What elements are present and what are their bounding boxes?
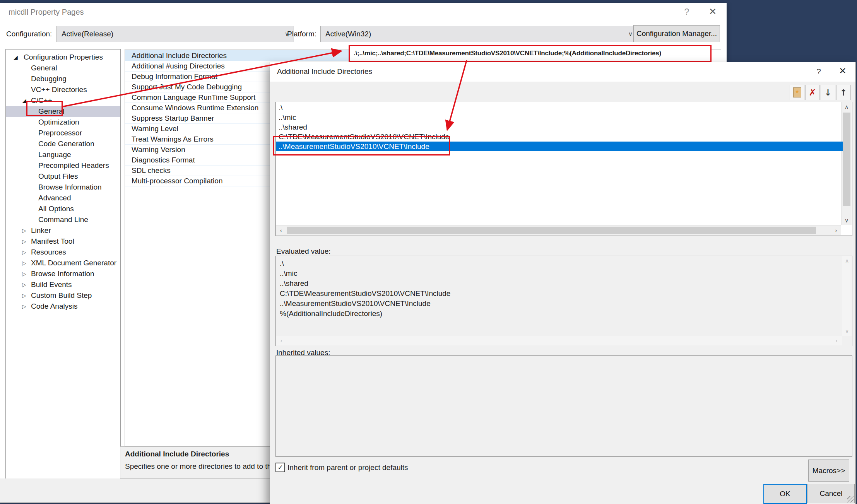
tree-item-advanced[interactable]: Advanced xyxy=(6,193,121,203)
grid-row-label: Common Language RunTime Support xyxy=(132,93,255,102)
vertical-scrollbar[interactable]: ∧ ∨ xyxy=(842,256,852,336)
move-up-button[interactable]: ↑ xyxy=(836,85,851,100)
scroll-down-icon[interactable]: ∨ xyxy=(842,216,852,225)
move-down-button[interactable]: ↓ xyxy=(821,85,835,100)
tree-item-label: Linker xyxy=(31,226,51,235)
close-icon[interactable]: ✕ xyxy=(705,6,720,17)
include-directory-item[interactable]: ..\MeasurementStudioVS2010\VCNET\Include xyxy=(276,142,843,151)
tree-item-browse-information[interactable]: Browse Information xyxy=(6,182,121,193)
evaluated-value-line: ..\MeasurementStudioVS2010\VCNET\Include xyxy=(280,299,450,309)
vertical-scrollbar[interactable]: ∧ ∨ xyxy=(841,102,852,225)
tree-item-label: Manifest Tool xyxy=(31,237,74,246)
dialog-title: Additional Include Directories xyxy=(277,67,372,76)
new-item-icon: ★ xyxy=(793,87,801,97)
tree-item-label: Code Analysis xyxy=(31,302,77,311)
tree-collapsed-icon[interactable]: ▷ xyxy=(22,238,26,244)
tree-item-resources[interactable]: ▷Resources xyxy=(6,247,121,258)
tree-item-code-analysis[interactable]: ▷Code Analysis xyxy=(6,301,121,312)
tree-item-linker[interactable]: ▷Linker xyxy=(6,225,121,236)
tree-item-label: Browse Information xyxy=(38,183,102,191)
configuration-dropdown[interactable]: Active(Release) ∨ xyxy=(56,26,294,42)
tree-item-label: Browse Information xyxy=(31,270,94,278)
scroll-up-icon[interactable]: ∧ xyxy=(842,102,852,111)
evaluated-value-label: Evaluated value: xyxy=(276,247,331,256)
ok-button[interactable]: OK xyxy=(763,484,807,504)
scroll-right-icon[interactable]: › xyxy=(832,336,841,345)
grid-row-label: Suppress Startup Banner xyxy=(132,114,214,123)
scroll-right-icon[interactable]: › xyxy=(831,226,841,235)
tree-item-language[interactable]: Language xyxy=(6,149,121,160)
grid-row-label: Support Just My Code Debugging xyxy=(132,83,242,91)
tree-collapsed-icon[interactable]: ▷ xyxy=(22,227,26,234)
include-directory-item[interactable]: .\ xyxy=(276,103,843,113)
horizontal-scrollbar[interactable]: ‹ › xyxy=(276,225,841,235)
evaluated-value-lines: .\..\mic..\sharedC:\TDE\MeasurementStudi… xyxy=(280,258,450,319)
configuration-tree: ◢Configuration PropertiesGeneralDebuggin… xyxy=(5,49,121,480)
scrollbar-thumb[interactable] xyxy=(843,113,850,206)
tree-item-manifest-tool[interactable]: ▷Manifest Tool xyxy=(6,236,121,247)
additional-include-directories-value[interactable]: .\;..\mic;..\shared;C:\TDE\MeasurementSt… xyxy=(349,45,712,62)
tree-item-browse-information[interactable]: ▷Browse Information xyxy=(6,268,121,279)
scroll-left-icon[interactable]: ‹ xyxy=(277,336,286,345)
help-icon[interactable]: ? xyxy=(680,7,693,17)
configuration-manager-button[interactable]: Configuration Manager... xyxy=(633,25,720,42)
grid-row-label: SDL checks xyxy=(132,166,171,175)
tree-item-label: Preprocessor xyxy=(38,129,82,137)
tree-item-label: Command Line xyxy=(38,215,88,224)
evaluated-value-line: ..\mic xyxy=(280,268,450,278)
tree-expanded-icon[interactable]: ◢ xyxy=(22,97,26,104)
include-directory-item[interactable]: ..\mic xyxy=(276,113,843,122)
inherit-checkbox[interactable]: ✓ xyxy=(275,463,285,472)
grid-row-label: Warning Level xyxy=(132,125,178,133)
tree-item-build-events[interactable]: ▷Build Events xyxy=(6,279,121,290)
tree-collapsed-icon[interactable]: ▷ xyxy=(22,282,26,288)
scrollbar-thumb[interactable] xyxy=(287,227,816,234)
tree-item-label: Configuration Properties xyxy=(24,53,103,62)
tree-item-xml-document-generator[interactable]: ▷XML Document Generator xyxy=(6,258,121,268)
tree-item-label: VC++ Directories xyxy=(31,85,87,94)
tree-item-optimization[interactable]: Optimization xyxy=(6,117,121,128)
tree-collapsed-icon[interactable]: ▷ xyxy=(22,271,26,277)
platform-label: Platform: xyxy=(287,30,316,38)
tree-item-vc-directories[interactable]: VC++ Directories xyxy=(6,84,121,95)
grid-row-label: Additional #using Directories xyxy=(132,62,225,70)
tree-item-output-files[interactable]: Output Files xyxy=(6,171,121,182)
tree-item-label: Language xyxy=(38,150,71,159)
tree-item-command-line[interactable]: Command Line xyxy=(6,214,121,225)
tree-item-precompiled-headers[interactable]: Precompiled Headers xyxy=(6,160,121,171)
tree-item-label: General xyxy=(31,64,57,72)
close-icon[interactable]: ✕ xyxy=(834,66,851,76)
tree-item-all-options[interactable]: All Options xyxy=(6,203,121,214)
grid-row-label: Diagnostics Format xyxy=(132,156,195,164)
tree-item-custom-build-step[interactable]: ▷Custom Build Step xyxy=(6,290,121,301)
tree-item-label: General xyxy=(38,107,65,116)
tree-item-general[interactable]: General xyxy=(6,63,121,73)
tree-item-label: Optimization xyxy=(38,118,79,126)
horizontal-scrollbar[interactable]: ‹ › xyxy=(276,336,842,345)
tree-item-c-c[interactable]: ◢C/C++ xyxy=(6,95,121,106)
delete-button[interactable]: ✗ xyxy=(805,85,820,100)
help-icon[interactable]: ? xyxy=(812,67,826,76)
tree-collapsed-icon[interactable]: ▷ xyxy=(22,292,26,299)
resize-grip[interactable] xyxy=(847,496,854,502)
scroll-down-icon[interactable]: ∨ xyxy=(842,327,852,335)
tree-expanded-icon[interactable]: ◢ xyxy=(14,54,18,60)
include-directory-item[interactable]: C:\TDE\MeasurementStudioVS2010\VCNET\Inc… xyxy=(276,132,843,142)
macros-button[interactable]: Macros>> xyxy=(808,460,849,482)
new-line-button[interactable]: ★ xyxy=(790,85,804,100)
tree-collapsed-icon[interactable]: ▷ xyxy=(22,260,26,266)
tree-collapsed-icon[interactable]: ▷ xyxy=(22,249,26,255)
tree-item-code-generation[interactable]: Code Generation xyxy=(6,138,121,149)
platform-dropdown[interactable]: Active(Win32) ∨ xyxy=(320,26,638,42)
tree-item-label: Advanced xyxy=(38,194,71,202)
tree-item-debugging[interactable]: Debugging xyxy=(6,73,121,84)
scroll-up-icon[interactable]: ∧ xyxy=(842,257,852,265)
include-directory-item[interactable]: ..\shared xyxy=(276,122,843,132)
tree-collapsed-icon[interactable]: ▷ xyxy=(22,303,26,309)
tree-item-preprocessor[interactable]: Preprocessor xyxy=(6,128,121,138)
scroll-left-icon[interactable]: ‹ xyxy=(276,226,286,235)
tree-item-configuration-properties[interactable]: ◢Configuration Properties xyxy=(6,52,121,63)
tree-item-label: Output Files xyxy=(38,172,78,181)
tree-item-general[interactable]: General xyxy=(6,106,121,117)
evaluated-value-line: %(AdditionalIncludeDirectories) xyxy=(280,309,450,319)
